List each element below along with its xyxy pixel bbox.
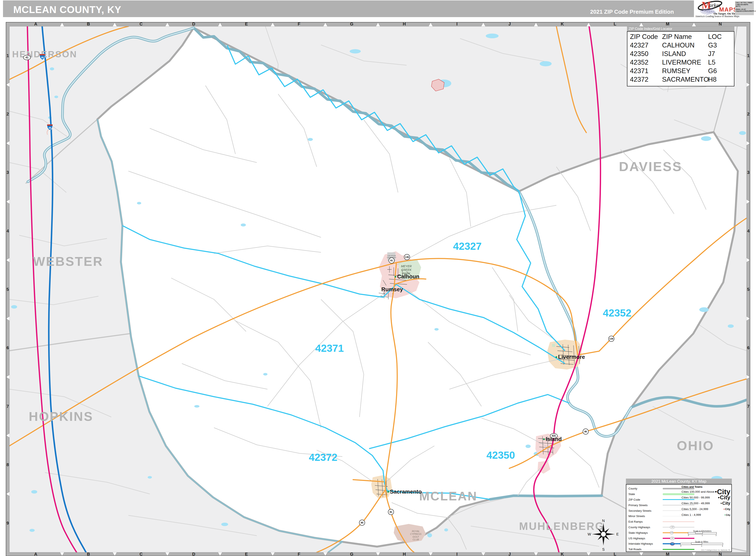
state-shield: 81 [388,509,394,515]
legend-label: ZIP Code [628,498,663,501]
zip-index-row: 42371RUMSEYG6 [630,67,734,75]
grid-row-label: 3 [6,170,9,175]
poi-label: CYPRESS [410,533,422,535]
grid-row-label: 5 [6,287,9,292]
city-label: Rumsey [381,286,403,292]
scale-tick: 2 [716,534,717,536]
grid-column-label: A [34,22,37,26]
legend-row-toll: Toll Roads [628,547,694,552]
poi-label: GOLF [413,535,419,538]
zip-index-cell: SACRAMENTO [662,75,708,84]
grid-row-label: 6 [6,345,9,350]
zip-index-row: 42372SACRAMENTOH8 [630,75,734,84]
scale-miles: Scale in Miles 012 [680,541,723,547]
zip-index-box: ZIP Code Index/Grid Locator ZIP CodeZIP … [627,26,734,86]
legend-city-sample: City [721,501,730,506]
zip-index-cell: 42327 [630,41,662,49]
grid-column-label: B [87,552,90,556]
grid-column-label: L [614,552,616,556]
legend-city-row: Cities 1 - 4,999City [682,512,730,518]
legend-city-row: Cities 50,000 - 99,999City [682,495,730,500]
legend-label: State [628,492,663,496]
city-dot [556,356,557,358]
zip-index-cell: 42352 [630,58,662,67]
grid-column-label: H [403,552,406,556]
grid-column-label: B [87,22,90,26]
grid-row-label: 8 [747,462,749,467]
compass-e-label: E [616,532,619,536]
grid-row-label: 8 [6,462,9,467]
legend-swatch-us-hwy: 123 [663,537,694,540]
zip-code-label: 42352 [603,307,631,319]
svg-text:69: 69 [41,57,44,59]
grid-column-label: K [561,22,564,26]
zip-code-label: 42372 [309,452,337,463]
legend-title: 2021 McLean County, KY Map [626,479,732,484]
county-label: MCLEAN [419,489,478,503]
grid-row-label: 9 [747,521,749,525]
legend-box: 2021 McLean County, KY Map CountyStateZI… [626,479,732,552]
state-shield: 85 [359,520,365,525]
legend-city-label: Cities 50,000 - 99,999 [682,496,718,499]
scale-tick: 0 [680,545,681,547]
legend-label: Secondary Streets [628,509,663,512]
legend-swatch-toll [663,548,694,551]
grid-column-label: N [719,22,722,26]
zip-code-label: 42371 [315,343,344,354]
poi-label: PARK [402,272,410,275]
legend-label: County Highways [628,526,663,529]
zip-code-label: 42350 [486,450,515,461]
svg-text:81: 81 [390,511,392,513]
zip-index-row: 42350ISLANDJ7 [630,49,734,58]
city-label: Sacramento [390,488,422,495]
grid-column-label: G [350,552,354,556]
legend-city-label: Cities 1 - 4,999 [682,513,725,516]
zip-index-cell: 42371 [630,67,662,75]
grid-row-label: 7 [6,404,9,409]
legend-city-label: Cities 100,000 and Above [682,490,715,493]
grid-column-label: J [508,22,511,26]
legend-label: Primary Streets [628,503,663,507]
grid-row-label: 9 [6,521,9,525]
city-dot [387,491,389,493]
zip-index-table: ZIP CodeZIP NameLOC42327CALHOUNG342350IS… [627,31,734,86]
county-label: WEBSTER [33,254,103,269]
zip-index-header: ZIP CodeZIP NameLOC [630,33,734,41]
zip-code-label: 42327 [453,241,482,252]
legend-city-label: Cities 5,000 - 24,999 [682,508,724,511]
scale-kilometers: Scale in Kilometers 012 [688,530,717,536]
zip-index-cell: L5 [708,58,734,67]
grid-column-label: J [508,552,511,556]
grid-column-label: G [350,22,354,26]
city-label: Livermore [558,354,585,360]
state-shield: 136 [609,336,614,342]
legend-shield: 123 [670,537,675,540]
grid-column-label: A [34,552,37,556]
legend-city-items: Cities and Towns Cities 100,000 and Abov… [682,485,730,518]
legend-city-sample: City [725,514,730,516]
zip-index-cell: 42372 [630,75,662,84]
svg-text:136: 136 [405,256,409,258]
poi-label: CLUB [413,538,419,541]
grid-column-label: D [192,22,195,26]
state-shield: 136 [404,254,410,260]
legend-city-row: Cities 100,000 and AboveCity [682,489,730,495]
city-dot [395,276,396,278]
zip-index-cell: LIVERMORE [662,58,708,67]
legend-label: Exit Ramps [628,520,663,523]
compass-s-label: S [602,548,604,552]
scale-tick: 1 [702,534,703,536]
grid-column-label: M [666,22,669,26]
grid-column-label: N [719,552,722,556]
legend-row-us-hwy: US Highways123 [628,535,694,541]
legend-label: Toll Roads [628,548,663,551]
legend-swatch-county-hwy: 123 [663,526,694,529]
grid-column-label: M [666,552,669,556]
zip-index-row: 42327CALHOUNG3 [630,41,734,49]
legend-city-label: Cities 25,000 - 49,999 [682,502,721,505]
grid-row-label: 1 [747,53,749,58]
legend-row-state-hwy: State Highways123 [628,530,694,535]
legend-shield: 123 [670,531,673,534]
poi-label: MEYER [401,265,412,268]
grid-row-label: 2 [747,112,749,116]
